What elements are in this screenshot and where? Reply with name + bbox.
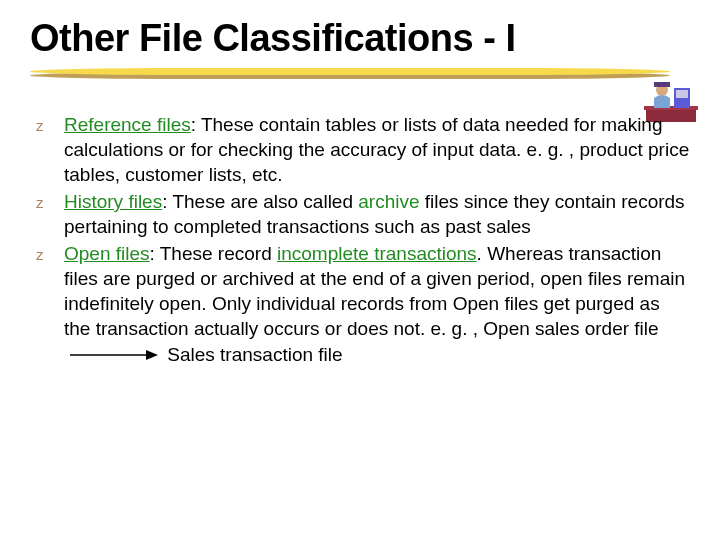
bullet-icon: z — [36, 116, 44, 136]
term-open-files: Open files — [64, 243, 150, 264]
list-item: z Reference files: These contain tables … — [30, 112, 690, 187]
slide-body: z Reference files: These contain tables … — [30, 112, 690, 367]
page-title: Other File Classifications - I — [30, 18, 690, 60]
keyword-incomplete-transactions: incomplete transactions — [277, 243, 477, 264]
arrow-right-icon — [68, 348, 158, 362]
svg-rect-5 — [676, 90, 688, 98]
text: : These record — [150, 243, 277, 264]
bullet-icon: z — [36, 193, 44, 213]
title-underline — [30, 68, 690, 82]
term-reference-files: Reference files — [64, 114, 191, 135]
text: Sales transaction file — [167, 344, 342, 365]
list-item: z Open files: These record incomplete tr… — [30, 241, 690, 366]
svg-rect-4 — [654, 82, 670, 87]
slide: Other File Classifications - I z Referen… — [0, 0, 720, 540]
term-history-files: History files — [64, 191, 162, 212]
svg-marker-7 — [146, 350, 158, 360]
bullet-icon: z — [36, 245, 44, 265]
text: : These are also called — [162, 191, 358, 212]
list-item: z History files: These are also called a… — [30, 189, 690, 239]
keyword-archive: archive — [358, 191, 419, 212]
